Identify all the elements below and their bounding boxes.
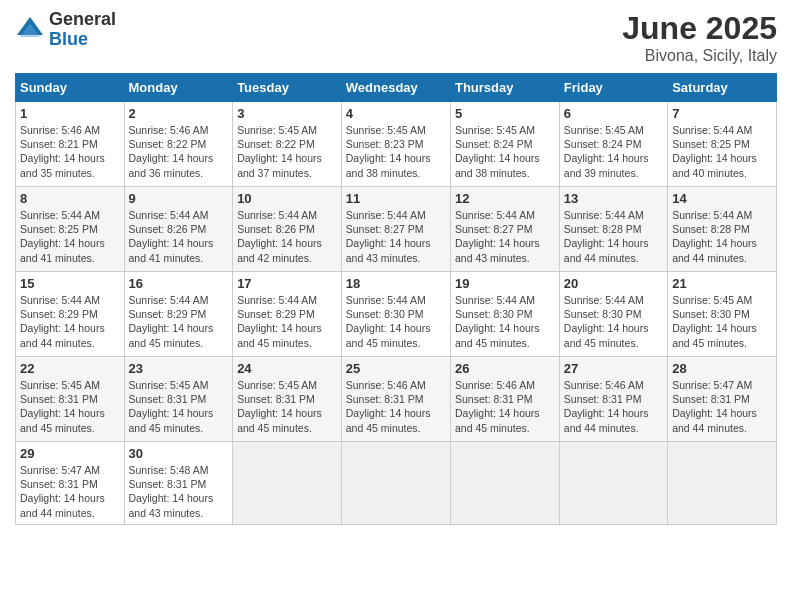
day-info: Sunrise: 5:44 AM Sunset: 8:27 PM Dayligh… [346,208,446,265]
day-info: Sunrise: 5:44 AM Sunset: 8:30 PM Dayligh… [564,293,663,350]
table-row: 23 Sunrise: 5:45 AM Sunset: 8:31 PM Dayl… [124,357,233,442]
day-number: 14 [672,191,772,206]
col-saturday: Saturday [668,74,777,102]
day-info: Sunrise: 5:44 AM Sunset: 8:25 PM Dayligh… [20,208,120,265]
day-info: Sunrise: 5:44 AM Sunset: 8:27 PM Dayligh… [455,208,555,265]
day-number: 16 [129,276,229,291]
day-number: 1 [20,106,120,121]
calendar-header-row: Sunday Monday Tuesday Wednesday Thursday… [16,74,777,102]
day-info: Sunrise: 5:45 AM Sunset: 8:23 PM Dayligh… [346,123,446,180]
col-sunday: Sunday [16,74,125,102]
day-info: Sunrise: 5:44 AM Sunset: 8:26 PM Dayligh… [237,208,337,265]
table-row: 14 Sunrise: 5:44 AM Sunset: 8:28 PM Dayl… [668,187,777,272]
col-friday: Friday [559,74,667,102]
day-number: 26 [455,361,555,376]
day-number: 17 [237,276,337,291]
table-row: 8 Sunrise: 5:44 AM Sunset: 8:25 PM Dayli… [16,187,125,272]
day-number: 8 [20,191,120,206]
day-info: Sunrise: 5:44 AM Sunset: 8:28 PM Dayligh… [672,208,772,265]
page-container: General Blue June 2025 Bivona, Sicily, I… [0,0,792,535]
logo: General Blue [15,10,116,50]
table-row: 21 Sunrise: 5:45 AM Sunset: 8:30 PM Dayl… [668,272,777,357]
table-row: 30 Sunrise: 5:48 AM Sunset: 8:31 PM Dayl… [124,442,233,525]
day-number: 27 [564,361,663,376]
day-number: 18 [346,276,446,291]
location: Bivona, Sicily, Italy [622,47,777,65]
day-number: 25 [346,361,446,376]
day-info: Sunrise: 5:45 AM Sunset: 8:24 PM Dayligh… [455,123,555,180]
day-number: 20 [564,276,663,291]
day-number: 9 [129,191,229,206]
day-number: 5 [455,106,555,121]
day-info: Sunrise: 5:44 AM Sunset: 8:29 PM Dayligh… [237,293,337,350]
day-number: 29 [20,446,120,461]
day-info: Sunrise: 5:48 AM Sunset: 8:31 PM Dayligh… [129,463,229,520]
table-row: 19 Sunrise: 5:44 AM Sunset: 8:30 PM Dayl… [450,272,559,357]
table-row: 16 Sunrise: 5:44 AM Sunset: 8:29 PM Dayl… [124,272,233,357]
title-block: June 2025 Bivona, Sicily, Italy [622,10,777,65]
table-row: 13 Sunrise: 5:44 AM Sunset: 8:28 PM Dayl… [559,187,667,272]
col-tuesday: Tuesday [233,74,342,102]
day-info: Sunrise: 5:45 AM Sunset: 8:24 PM Dayligh… [564,123,663,180]
day-number: 22 [20,361,120,376]
table-row: 10 Sunrise: 5:44 AM Sunset: 8:26 PM Dayl… [233,187,342,272]
day-info: Sunrise: 5:45 AM Sunset: 8:31 PM Dayligh… [237,378,337,435]
table-row: 22 Sunrise: 5:45 AM Sunset: 8:31 PM Dayl… [16,357,125,442]
table-row: 2 Sunrise: 5:46 AM Sunset: 8:22 PM Dayli… [124,102,233,187]
day-info: Sunrise: 5:44 AM Sunset: 8:30 PM Dayligh… [346,293,446,350]
table-row: 17 Sunrise: 5:44 AM Sunset: 8:29 PM Dayl… [233,272,342,357]
day-number: 19 [455,276,555,291]
table-row: 7 Sunrise: 5:44 AM Sunset: 8:25 PM Dayli… [668,102,777,187]
day-info: Sunrise: 5:44 AM Sunset: 8:30 PM Dayligh… [455,293,555,350]
day-info: Sunrise: 5:44 AM Sunset: 8:25 PM Dayligh… [672,123,772,180]
logo-icon [15,15,45,45]
table-row: 25 Sunrise: 5:46 AM Sunset: 8:31 PM Dayl… [341,357,450,442]
day-info: Sunrise: 5:47 AM Sunset: 8:31 PM Dayligh… [672,378,772,435]
day-number: 23 [129,361,229,376]
day-number: 12 [455,191,555,206]
day-number: 2 [129,106,229,121]
day-info: Sunrise: 5:45 AM Sunset: 8:31 PM Dayligh… [20,378,120,435]
day-info: Sunrise: 5:44 AM Sunset: 8:28 PM Dayligh… [564,208,663,265]
day-number: 28 [672,361,772,376]
day-info: Sunrise: 5:46 AM Sunset: 8:22 PM Dayligh… [129,123,229,180]
day-number: 13 [564,191,663,206]
table-row: 11 Sunrise: 5:44 AM Sunset: 8:27 PM Dayl… [341,187,450,272]
table-row: 28 Sunrise: 5:47 AM Sunset: 8:31 PM Dayl… [668,357,777,442]
calendar-table: Sunday Monday Tuesday Wednesday Thursday… [15,73,777,525]
table-row: 20 Sunrise: 5:44 AM Sunset: 8:30 PM Dayl… [559,272,667,357]
table-row: 29 Sunrise: 5:47 AM Sunset: 8:31 PM Dayl… [16,442,125,525]
table-row: 1 Sunrise: 5:46 AM Sunset: 8:21 PM Dayli… [16,102,125,187]
month-title: June 2025 [622,10,777,47]
page-header: General Blue June 2025 Bivona, Sicily, I… [15,10,777,65]
table-row [559,442,667,525]
table-row: 24 Sunrise: 5:45 AM Sunset: 8:31 PM Dayl… [233,357,342,442]
day-info: Sunrise: 5:44 AM Sunset: 8:29 PM Dayligh… [20,293,120,350]
table-row: 4 Sunrise: 5:45 AM Sunset: 8:23 PM Dayli… [341,102,450,187]
table-row [233,442,342,525]
day-number: 6 [564,106,663,121]
table-row: 27 Sunrise: 5:46 AM Sunset: 8:31 PM Dayl… [559,357,667,442]
day-info: Sunrise: 5:46 AM Sunset: 8:31 PM Dayligh… [455,378,555,435]
day-number: 24 [237,361,337,376]
table-row [341,442,450,525]
col-thursday: Thursday [450,74,559,102]
table-row: 3 Sunrise: 5:45 AM Sunset: 8:22 PM Dayli… [233,102,342,187]
table-row [450,442,559,525]
day-number: 10 [237,191,337,206]
day-number: 4 [346,106,446,121]
table-row: 9 Sunrise: 5:44 AM Sunset: 8:26 PM Dayli… [124,187,233,272]
day-info: Sunrise: 5:46 AM Sunset: 8:31 PM Dayligh… [346,378,446,435]
day-number: 3 [237,106,337,121]
logo-blue: Blue [49,30,116,50]
table-row: 5 Sunrise: 5:45 AM Sunset: 8:24 PM Dayli… [450,102,559,187]
day-number: 7 [672,106,772,121]
table-row [668,442,777,525]
col-monday: Monday [124,74,233,102]
table-row: 6 Sunrise: 5:45 AM Sunset: 8:24 PM Dayli… [559,102,667,187]
day-info: Sunrise: 5:45 AM Sunset: 8:31 PM Dayligh… [129,378,229,435]
table-row: 26 Sunrise: 5:46 AM Sunset: 8:31 PM Dayl… [450,357,559,442]
day-number: 30 [129,446,229,461]
day-info: Sunrise: 5:46 AM Sunset: 8:21 PM Dayligh… [20,123,120,180]
table-row: 18 Sunrise: 5:44 AM Sunset: 8:30 PM Dayl… [341,272,450,357]
